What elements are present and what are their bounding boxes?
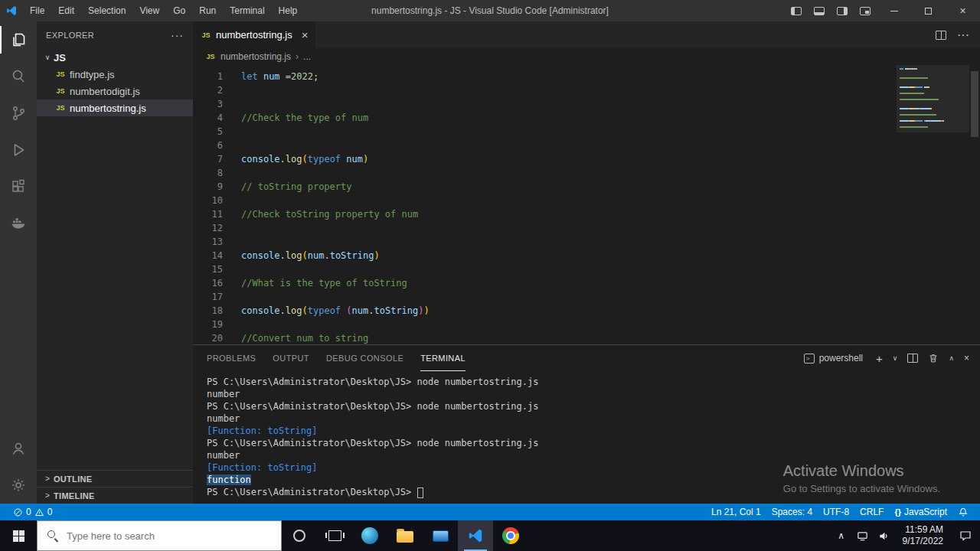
panel-tab-terminal[interactable]: TERMINAL	[420, 345, 466, 371]
activity-settings[interactable]	[0, 467, 37, 504]
code-line[interactable]: 6	[193, 139, 980, 152]
code-editor[interactable]: 1let num =2022;234//Check the type of nu…	[193, 65, 980, 344]
code-line[interactable]: 7console.log(typeof num)	[193, 152, 980, 166]
activity-docker[interactable]	[0, 205, 37, 242]
code-line[interactable]: 16//What is the type of toString	[193, 276, 980, 290]
code-line[interactable]: 1let num =2022;	[193, 70, 980, 83]
editor-more-actions-button[interactable]: ···	[957, 28, 969, 42]
minimap-slider[interactable]	[897, 65, 969, 132]
close-tab-icon[interactable]: ×	[302, 28, 309, 41]
taskbar-search[interactable]	[37, 520, 282, 551]
search-input[interactable]	[38, 521, 281, 550]
activity-account[interactable]	[0, 430, 37, 467]
code-line[interactable]: 12	[193, 221, 980, 235]
panel-tab-debug-console[interactable]: DEBUG CONSOLE	[326, 345, 403, 371]
action-center-button[interactable]	[951, 520, 980, 551]
chevron-right-icon: >	[41, 474, 54, 483]
volume-button[interactable]	[874, 520, 895, 551]
code-line[interactable]: 14console.log(num.toString)	[193, 249, 980, 262]
code-text: console.log(num.toString)	[241, 249, 980, 262]
minimap[interactable]	[897, 65, 969, 132]
code-line[interactable]: 5	[193, 125, 980, 139]
customize-layout-button[interactable]	[854, 0, 877, 21]
panel-tab-problems[interactable]: PROBLEMS	[207, 345, 256, 371]
file-item-findtype-js[interactable]: JSfindtype.js	[37, 66, 193, 83]
close-button[interactable]: ×	[946, 0, 980, 21]
folder-js[interactable]: ∨ JS	[37, 49, 193, 66]
tray-expand-button[interactable]: ∧	[831, 520, 852, 551]
code-line[interactable]: 3	[193, 97, 980, 111]
menu-go[interactable]: Go	[166, 0, 192, 21]
encoding[interactable]: UTF-8	[818, 504, 854, 520]
edge-button[interactable]	[352, 520, 387, 551]
toggle-secondary-sidebar-button[interactable]	[831, 0, 854, 21]
editor-scrollbar[interactable]	[969, 65, 980, 344]
code-line[interactable]: 19	[193, 318, 980, 331]
breadcrumb[interactable]: JS numbertostring.js › ...	[193, 48, 980, 65]
file-explorer-button[interactable]	[387, 520, 423, 551]
tab-numbertostring[interactable]: JS numbertostring.js ×	[193, 21, 315, 48]
menu-view[interactable]: View	[132, 0, 166, 21]
code-line[interactable]: 15	[193, 262, 980, 276]
code-line[interactable]: 17	[193, 290, 980, 304]
shell-selector[interactable]: > powershell	[804, 353, 863, 364]
code-line[interactable]: 20//Convert num to string	[193, 331, 980, 344]
code-line[interactable]: 10	[193, 194, 980, 207]
chrome-button[interactable]	[493, 520, 528, 551]
toggle-sidebar-button[interactable]	[785, 0, 808, 21]
cursor-position[interactable]: Ln 21, Col 1	[706, 504, 766, 520]
scrollbar-thumb[interactable]	[971, 71, 978, 137]
notifications-button[interactable]	[952, 504, 974, 520]
activity-explorer[interactable]	[0, 21, 37, 58]
close-panel-button[interactable]: ×	[964, 353, 969, 364]
eol[interactable]: CRLF	[854, 504, 889, 520]
cortana-button[interactable]	[282, 520, 317, 551]
split-terminal-button[interactable]	[907, 354, 918, 363]
split-editor-button[interactable]	[936, 31, 946, 40]
file-item-numbertodigit-js[interactable]: JSnumbertodigit.js	[37, 83, 193, 99]
section-outline[interactable]: >OUTLINE	[37, 470, 193, 487]
start-button[interactable]	[0, 520, 37, 551]
code-line[interactable]: 18console.log(typeof (num.toString))	[193, 304, 980, 318]
line-number: 5	[193, 125, 241, 139]
code-line[interactable]: 9// toString property	[193, 180, 980, 194]
code-line[interactable]: 13	[193, 235, 980, 249]
vscode-taskbar-button[interactable]	[458, 520, 493, 551]
trash-icon[interactable]	[928, 353, 939, 364]
indentation[interactable]: Spaces: 4	[766, 504, 818, 520]
menu-help[interactable]: Help	[272, 0, 305, 21]
breadcrumb-file[interactable]: numbertostring.js	[220, 51, 291, 62]
code-line[interactable]: 11//Check toString property of num	[193, 207, 980, 221]
code-line[interactable]: 8	[193, 166, 980, 180]
terminal-profile-dropdown[interactable]: ∨	[893, 354, 898, 362]
panel-tab-output[interactable]: OUTPUT	[273, 345, 309, 371]
problems-indicator[interactable]: 0 0	[8, 504, 57, 520]
menu-file[interactable]: File	[23, 0, 51, 21]
language-mode[interactable]: {}JavaScript	[889, 504, 952, 520]
task-view-button[interactable]	[317, 520, 352, 551]
activity-search[interactable]	[0, 58, 37, 95]
breadcrumb-more[interactable]: ...	[303, 51, 311, 62]
clock[interactable]: 11:59 AM 9/17/2022	[895, 520, 951, 551]
activity-source-control[interactable]	[0, 95, 37, 132]
minimize-button[interactable]	[877, 0, 911, 21]
network-button[interactable]	[852, 520, 874, 551]
menu-run[interactable]: Run	[192, 0, 223, 21]
maximize-button[interactable]	[911, 0, 946, 21]
toggle-panel-button[interactable]	[808, 0, 831, 21]
section-timeline[interactable]: >TIMELINE	[37, 487, 193, 504]
menu-selection[interactable]: Selection	[81, 0, 132, 21]
explorer-actions-button[interactable]: ···	[171, 29, 184, 41]
new-terminal-button[interactable]: +	[876, 352, 883, 365]
code-line[interactable]: 4//Check the type of num	[193, 111, 980, 125]
menu-terminal[interactable]: Terminal	[223, 0, 271, 21]
activity-run-debug[interactable]	[0, 132, 37, 168]
menu-edit[interactable]: Edit	[51, 0, 81, 21]
code-text: //Check the type of num	[241, 111, 980, 125]
terminal[interactable]: PS C:\Users\Administrator\Desktop\JS> no…	[193, 371, 980, 504]
app-window-button[interactable]	[423, 520, 458, 551]
file-item-numbertostring-js[interactable]: JSnumbertostring.js	[37, 99, 193, 116]
maximize-panel-button[interactable]: ∧	[949, 354, 954, 362]
code-line[interactable]: 2	[193, 83, 980, 97]
activity-extensions[interactable]	[0, 168, 37, 205]
